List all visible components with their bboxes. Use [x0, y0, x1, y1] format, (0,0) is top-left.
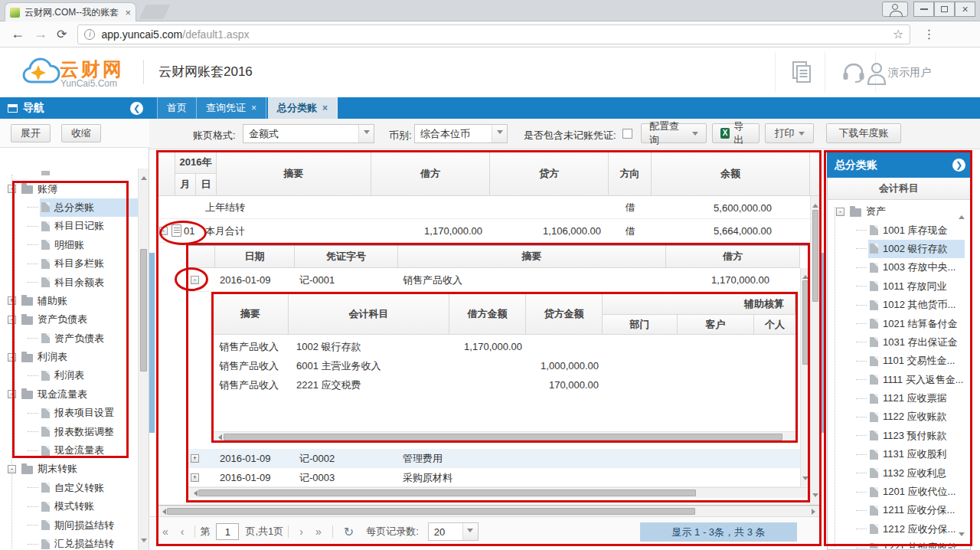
tree-item[interactable]: 总分类账 [2, 198, 138, 217]
sidebar-scrollbar[interactable] [138, 169, 149, 550]
balance-header[interactable]: 余额 [652, 152, 810, 196]
tab-voucher-query[interactable]: 查询凭证× [197, 97, 266, 119]
ledger-v-scrollbar[interactable] [810, 196, 820, 505]
config-query-button[interactable]: 配置查询 [641, 123, 707, 143]
page-size-select[interactable]: 20 [428, 522, 479, 541]
address-field[interactable]: i app.yuncai5.com/default1.aspx ☆ [77, 25, 910, 44]
first-page-icon[interactable]: « [156, 525, 175, 538]
tab-close-icon[interactable]: × [125, 8, 131, 18]
export-button[interactable]: X导出 [712, 123, 760, 143]
ledger-row[interactable]: 上年结转 借 5,600,000.00 [158, 196, 810, 219]
reload-icon[interactable]: ⟳ [57, 27, 67, 41]
tree-item[interactable]: -利润表 [2, 348, 138, 366]
voucher-h-scrollbar[interactable] [188, 487, 810, 498]
tree-item[interactable] [2, 171, 138, 179]
tree-item[interactable]: 汇兑损益结转 [2, 535, 138, 550]
browser-tab[interactable]: 云财网.COM--我的账套 × [5, 2, 136, 21]
tree-item[interactable]: 1101 交易性金... [830, 352, 965, 370]
include-unposted-checkbox[interactable] [622, 129, 632, 139]
tree-item[interactable]: 1121 应收票据 [830, 389, 965, 408]
voucher-no-header[interactable]: 凭证字号 [295, 246, 398, 268]
tree-item[interactable]: 1123 预付账款 [830, 427, 965, 445]
tab-close-icon[interactable]: × [322, 103, 328, 113]
documents-button[interactable] [787, 57, 818, 87]
tree-item[interactable]: -资产负债表 [2, 310, 138, 329]
tree-item[interactable]: -资产 [830, 202, 965, 221]
tab-close-icon[interactable]: × [251, 103, 256, 113]
tree-item[interactable]: 现金流量表 [2, 441, 138, 460]
direction-header[interactable]: 方向 [609, 152, 652, 196]
entry-debit-header[interactable]: 借方金额 [449, 294, 526, 335]
entry-row[interactable]: 销售产品收入 1002 银行存款 1,170,000.00 [213, 337, 795, 356]
entry-summary-header[interactable]: 摘要 [213, 294, 289, 335]
tab-home[interactable]: 首页 [157, 97, 197, 119]
voucher-v-scrollbar[interactable] [800, 268, 810, 487]
entry-credit-header[interactable]: 贷方金额 [526, 294, 603, 335]
credit-header[interactable]: 贷方 [490, 152, 609, 196]
tab-general-ledger[interactable]: 总分类账× [268, 97, 338, 119]
summary-header[interactable]: 摘要 [217, 152, 371, 196]
expand-row-icon[interactable]: + [191, 473, 199, 482]
entry-row[interactable]: 销售产品收入 6001 主营业务收入 1,000,000.00 [213, 356, 795, 375]
collapse-row-icon[interactable]: - [191, 276, 199, 284]
tree-item[interactable]: 1201 应收代位... [830, 483, 965, 501]
expand-all-button[interactable]: 展开 [11, 124, 51, 142]
tree-item[interactable]: 1131 应收股利 [830, 445, 965, 463]
download-annual-button[interactable]: 下载年度账 [826, 123, 901, 143]
tree-item[interactable]: 1011 存放同业 [830, 277, 965, 296]
tree-item[interactable]: 科目日记账 [2, 217, 138, 235]
entry-dept-header[interactable]: 部门 [603, 315, 678, 335]
prev-page-icon[interactable]: ‹ [175, 525, 191, 538]
tree-item[interactable]: 1001 库存现金 [830, 221, 965, 239]
tree-item[interactable]: 科目余额表 [2, 273, 138, 291]
tree-item[interactable]: 1221 其他应收款 [830, 539, 965, 548]
tree-item[interactable]: 1021 结算备付金 [830, 314, 965, 332]
voucher-row[interactable]: + 2016-01-09 记-0002 管理费用 [188, 449, 800, 468]
tree-item[interactable]: +辅助账 [2, 292, 138, 310]
entry-person-header[interactable]: 个人 [754, 315, 795, 335]
tree-item[interactable]: 科目多栏账 [2, 254, 138, 273]
page-number-input[interactable]: 1 [216, 523, 239, 540]
bookmark-star-icon[interactable]: ☆ [893, 27, 903, 41]
browser-profile-button[interactable] [882, 2, 908, 17]
maximize-button[interactable] [934, 2, 955, 17]
tree-item[interactable]: 利润表 [2, 366, 138, 385]
tree-item[interactable]: -期末转账 [2, 460, 138, 478]
panel-scroll-up[interactable] [959, 204, 965, 215]
info-icon[interactable]: i [84, 29, 95, 40]
voucher-debit-header[interactable]: 借方 [666, 246, 800, 268]
currency-select[interactable]: 综合本位币 [414, 124, 508, 143]
month-header[interactable]: 月 [175, 174, 196, 196]
entry-customer-header[interactable]: 客户 [678, 315, 754, 335]
tree-item[interactable]: 1012 其他货币... [830, 296, 965, 314]
tree-item[interactable]: 1002 银行存款 [830, 240, 965, 258]
collapse-icon[interactable]: - [836, 208, 844, 216]
tree-item[interactable]: 报表项目设置 [2, 404, 138, 422]
back-icon[interactable]: ← [11, 26, 24, 42]
voucher-date-header[interactable]: 日期 [215, 246, 295, 268]
forward-icon[interactable]: → [34, 26, 47, 42]
collapse-icon[interactable]: - [8, 185, 16, 193]
ledger-h-scrollbar[interactable] [157, 506, 821, 516]
panel-scroll-down[interactable] [959, 536, 965, 548]
tree-item[interactable]: 1212 应收分保... [830, 520, 965, 539]
tree-item[interactable]: 1132 应收利息 [830, 463, 965, 482]
voucher-row[interactable]: + 2016-01-09 记-0003 采购原材料 [188, 468, 800, 487]
day-header[interactable]: 日 [196, 174, 217, 196]
minimize-button[interactable] [913, 2, 934, 17]
collapse-row-icon[interactable]: - [159, 227, 168, 235]
format-select[interactable]: 金额式 [243, 124, 374, 143]
last-page-icon[interactable]: » [309, 525, 328, 538]
tree-item[interactable]: -账簿 [2, 179, 138, 198]
view-voucher-icon[interactable] [172, 224, 181, 237]
tree-item[interactable]: 明细账 [2, 236, 138, 254]
browser-menu-icon[interactable]: ⋮ [923, 27, 935, 41]
tree-item[interactable]: 1211 应收分保... [830, 501, 965, 519]
tree-item[interactable]: 报表数据调整 [2, 422, 138, 440]
entry-account-header[interactable]: 会计科目 [289, 294, 449, 335]
refresh-icon[interactable]: ↻ [338, 525, 360, 539]
right-splitter[interactable] [820, 253, 825, 433]
tree-item[interactable]: 1111 买入返售金... [830, 371, 965, 389]
left-splitter[interactable] [149, 253, 155, 433]
tree-item[interactable]: 1031 存出保证金 [830, 333, 965, 352]
